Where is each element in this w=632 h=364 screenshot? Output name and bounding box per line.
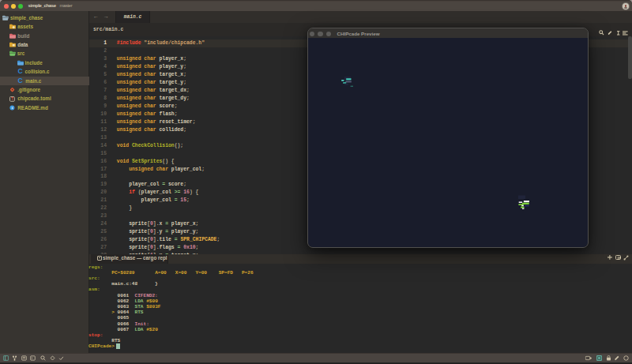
svg-text:T: T [11, 97, 13, 101]
